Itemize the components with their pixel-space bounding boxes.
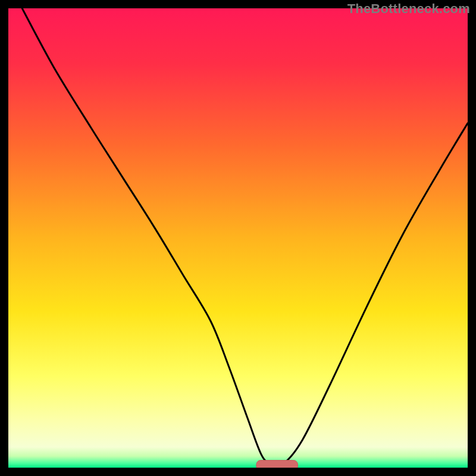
optimal-marker (256, 461, 298, 468)
chart-frame: TheBottleneck.com (0, 0, 476, 476)
gradient-background (8, 8, 468, 468)
watermark-text: TheBottleneck.com (347, 1, 470, 17)
bottleneck-plot (8, 8, 468, 468)
